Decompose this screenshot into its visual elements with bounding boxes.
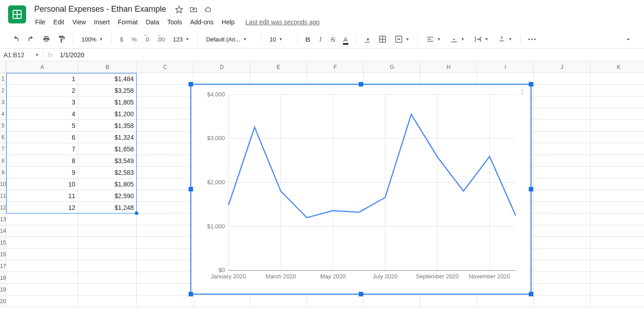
text-wrap-dropdown[interactable]: ▼ [470,33,492,45]
cell[interactable]: $3,549 [78,155,137,167]
cell[interactable] [137,284,194,295]
cell[interactable] [78,237,137,249]
move-icon[interactable] [189,5,198,14]
cell[interactable] [137,132,194,143]
cell[interactable]: $2,590 [78,190,137,202]
row-header[interactable]: 8 [0,155,6,167]
cell[interactable] [6,272,78,284]
cell[interactable]: $3,258 [78,85,137,96]
cell[interactable] [477,295,534,307]
cell[interactable] [590,132,644,143]
row-header[interactable]: 17 [0,260,6,272]
cell[interactable]: 1 [6,73,78,85]
cell[interactable] [590,85,644,96]
cell[interactable]: 10 [6,178,78,190]
vertical-align-dropdown[interactable]: ▼ [446,33,468,45]
menu-tools[interactable]: Tools [164,17,186,27]
cell[interactable] [534,132,590,143]
cell[interactable] [137,260,194,272]
cell[interactable] [250,295,307,307]
menu-file[interactable]: File [32,17,49,27]
cell[interactable] [534,260,590,272]
row-header[interactable]: 6 [0,132,6,143]
italic-button[interactable]: I [315,33,326,45]
cell[interactable]: $1,248 [78,202,137,214]
fill-color-button[interactable] [360,33,374,45]
cell[interactable] [534,155,590,167]
row-header[interactable]: 5 [0,120,6,132]
cell[interactable] [137,190,194,202]
sheets-logo[interactable] [8,5,26,23]
cell[interactable]: 12 [6,202,78,214]
chart-object[interactable]: ⋮ $0$1,000$2,000$3,000$4,000January 2020… [190,84,531,295]
menu-insert[interactable]: Insert [90,17,113,27]
merge-cells-dropdown[interactable]: ▼ [391,33,413,45]
cell[interactable] [6,295,78,307]
cell[interactable] [590,225,644,237]
cell[interactable]: 9 [6,167,78,178]
paint-format-button[interactable] [55,33,68,45]
cell[interactable] [78,272,137,284]
row-header[interactable]: 19 [0,284,6,295]
cell[interactable] [590,214,644,225]
cell[interactable]: $1,484 [78,73,137,85]
column-header[interactable]: C [137,61,194,73]
cell[interactable] [6,284,78,295]
cell[interactable] [137,225,194,237]
zoom-dropdown[interactable]: 100%▼ [78,34,107,45]
cell[interactable] [137,96,194,108]
cell[interactable]: $1,805 [78,96,137,108]
column-header[interactable]: A [6,61,78,73]
cell[interactable] [534,143,590,155]
cell[interactable] [590,120,644,132]
document-title[interactable]: Personal Expenses - Ethan Example [32,4,169,15]
cell[interactable] [307,295,364,307]
text-color-button[interactable]: A [340,33,351,45]
cell[interactable] [137,202,194,214]
cell[interactable] [590,249,644,260]
cell[interactable] [590,167,644,178]
cell[interactable] [78,225,137,237]
cell[interactable] [590,272,644,284]
cell[interactable] [137,155,194,167]
cell[interactable] [137,108,194,120]
menu-view[interactable]: View [69,17,90,27]
star-icon[interactable] [175,5,183,14]
select-all-corner[interactable] [0,61,6,73]
cell[interactable] [307,73,364,85]
format-currency-button[interactable]: $ [116,33,127,45]
cell[interactable] [590,202,644,214]
redo-button[interactable] [24,33,38,45]
cell[interactable]: $1,200 [78,108,137,120]
cell[interactable] [534,96,590,108]
cell[interactable] [137,214,194,225]
column-header[interactable]: D [194,61,250,73]
cell[interactable] [534,237,590,249]
cell[interactable] [590,237,644,249]
menu-addons[interactable]: Add-ons [186,17,217,27]
format-percent-button[interactable]: % [129,33,140,45]
font-size-dropdown[interactable]: 10▼ [266,34,293,45]
cell[interactable] [194,295,250,307]
cell[interactable] [534,249,590,260]
column-header[interactable]: F [307,61,364,73]
cell[interactable] [590,143,644,155]
column-header[interactable]: J [534,61,590,73]
row-header[interactable]: 14 [0,225,6,237]
row-header[interactable]: 18 [0,272,6,284]
cloud-status-icon[interactable] [204,5,213,14]
text-rotation-dropdown[interactable]: ▼ [494,33,516,45]
cell[interactable] [6,214,78,225]
cell[interactable] [420,73,477,85]
cell[interactable] [137,73,194,85]
cell[interactable]: 2 [6,85,78,96]
cell[interactable] [194,73,250,85]
cell[interactable] [534,190,590,202]
menu-data[interactable]: Data [142,17,163,27]
menu-format[interactable]: Format [114,17,141,27]
cell[interactable]: 4 [6,108,78,120]
cell[interactable] [6,225,78,237]
row-header[interactable]: 20 [0,295,6,307]
row-header[interactable]: 15 [0,237,6,249]
cell[interactable] [420,295,477,307]
